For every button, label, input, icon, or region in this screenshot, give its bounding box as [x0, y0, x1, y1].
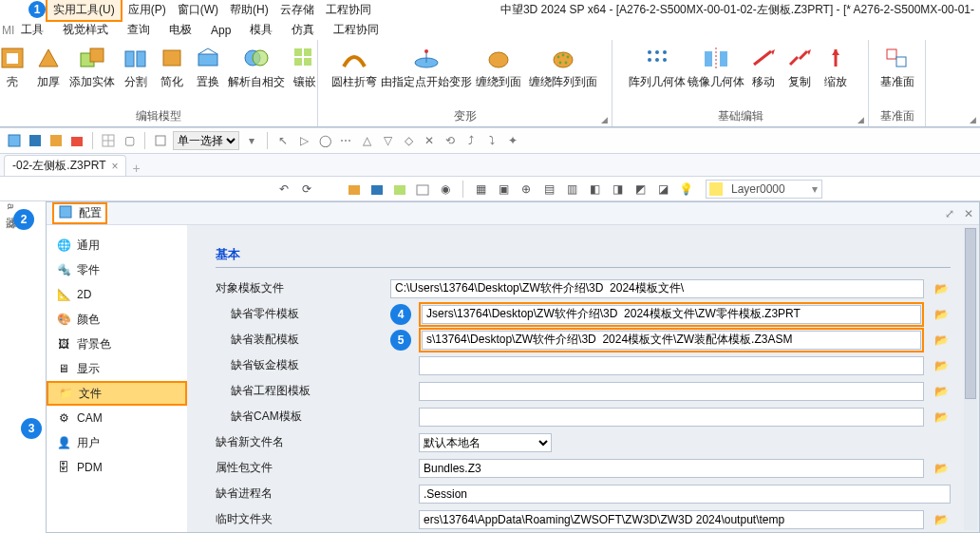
panel-close-icon[interactable]: ✕ [964, 207, 973, 220]
close-icon[interactable]: × [111, 160, 118, 173]
tb3-dots-icon[interactable]: ⋯ [337, 132, 354, 149]
tb3-box-icon[interactable]: ▢ [121, 132, 138, 149]
browse-3[interactable]: 📂 [932, 331, 951, 350]
group-expand-2[interactable]: ◢ [601, 115, 608, 124]
tb4-wire-icon[interactable] [414, 181, 431, 198]
tb3-play-icon[interactable]: ▷ [295, 132, 312, 149]
new-tab-button[interactable]: + [132, 161, 140, 176]
menu2-mold[interactable]: 模具 [240, 22, 282, 38]
menu2-query[interactable]: 查询 [118, 22, 160, 38]
menu2-sim[interactable]: 仿真 [282, 22, 324, 38]
rbn-scale[interactable]: 缩放 [820, 44, 851, 90]
menu-window[interactable]: 窗口(W) [172, 0, 224, 20]
tb3-grid-icon[interactable] [100, 132, 117, 149]
tb3-ic-c[interactable]: ◇ [400, 132, 417, 149]
tb3-ic-e[interactable]: ⟲ [442, 132, 459, 149]
side-pdm[interactable]: 🗄PDM [47, 455, 187, 480]
select-mode-dropdown[interactable]: 单一选择 [173, 131, 239, 150]
menu-help[interactable]: 帮助(H) [224, 0, 274, 20]
sel-newname[interactable]: 默认本地名 [419, 433, 552, 452]
browse-2[interactable]: 📂 [932, 305, 951, 324]
browse-8[interactable]: 📂 [932, 459, 951, 478]
side-color[interactable]: 🎨颜色 [47, 307, 187, 332]
rbn-add-solid[interactable]: 添加实体 [69, 44, 115, 90]
tb3-ic-a[interactable]: △ [358, 132, 375, 149]
tb3-icon-1[interactable] [6, 132, 23, 149]
rbn-split[interactable]: 分割 [121, 44, 151, 90]
in-session[interactable] [419, 485, 951, 504]
side-file[interactable]: 📁文件 [47, 381, 187, 406]
rbn-mirror-geom[interactable]: 镜像几何体 [689, 44, 743, 90]
in-def-part[interactable] [422, 305, 921, 324]
tb4-i8[interactable]: ◩ [631, 181, 649, 198]
tb4-redo-icon[interactable]: ⟳ [298, 181, 315, 198]
rbn-resolve-self-intersect[interactable]: 解析自相交 [229, 44, 284, 90]
side-user[interactable]: 👤用户 [47, 430, 187, 455]
tb4-i9[interactable]: ◪ [654, 181, 671, 198]
menu2-app[interactable]: App [201, 24, 240, 37]
in-bundle[interactable] [419, 459, 924, 478]
tb3-icon-4[interactable] [68, 132, 85, 149]
side-bgcolor[interactable]: 🖼背景色 [47, 332, 187, 356]
in-def-cam[interactable] [419, 408, 924, 427]
browse-4[interactable]: 📂 [932, 356, 951, 375]
tb4-i3[interactable]: ⊕ [518, 181, 535, 198]
tb4-i2[interactable]: ▣ [495, 181, 512, 198]
menu-cloud[interactable]: 云存储 [274, 0, 320, 20]
rbn-tessellate[interactable]: 镶嵌 [290, 44, 320, 90]
in-obj-template[interactable] [390, 279, 924, 298]
tb3-cursor-icon[interactable]: ↖ [274, 132, 292, 149]
in-def-drawing[interactable] [419, 382, 924, 401]
rbn-copy[interactable]: 复制 [784, 44, 815, 90]
menu-app[interactable]: 应用(P) [122, 0, 172, 20]
tb3-ic-b[interactable]: ▽ [379, 132, 396, 149]
group-expand-1[interactable]: ◢ [970, 115, 976, 124]
panel-expand-icon[interactable]: ⤢ [945, 207, 954, 220]
rbn-wrap-to-face[interactable]: 缠绕到面 [476, 44, 521, 90]
tb3-icon-3[interactable] [47, 132, 65, 149]
side-part[interactable]: 🔩零件 [47, 257, 187, 282]
tb4-i5[interactable]: ▥ [563, 181, 580, 198]
rbn-cyl-bend[interactable]: 圆柱折弯 [331, 44, 377, 90]
side-cam[interactable]: ⚙CAM [47, 406, 187, 430]
in-temp[interactable] [419, 510, 924, 529]
document-tab[interactable]: -02-左侧板.Z3PRT × [4, 155, 126, 176]
tb4-i6[interactable]: ◧ [586, 181, 603, 198]
tb4-bulb-icon[interactable]: 💡 [677, 181, 694, 198]
tb3-feature-icon[interactable] [152, 132, 169, 149]
rbn-thicken[interactable]: 加厚 [33, 44, 64, 90]
tb4-cube-3[interactable] [391, 181, 408, 198]
tb4-cube-1[interactable] [346, 181, 363, 198]
menu2-tool[interactable]: 工具 [11, 22, 53, 38]
tb4-cube-2[interactable] [368, 181, 386, 198]
tb3-ic-g[interactable]: ⤵ [483, 132, 500, 149]
tb4-i1[interactable]: ▦ [472, 181, 489, 198]
tb3-dropdown-caret[interactable]: ▾ [243, 132, 260, 149]
scrollbar-thumb[interactable] [965, 228, 976, 399]
tb3-ic-h[interactable]: ✦ [504, 132, 521, 149]
menu2-electrode[interactable]: 电极 [160, 22, 201, 38]
tb4-undo-icon[interactable]: ↶ [275, 181, 292, 198]
browse-5[interactable]: 📂 [932, 382, 951, 401]
tb4-sphere-icon[interactable]: ◉ [437, 181, 454, 198]
browse-10[interactable]: 📂 [932, 510, 951, 529]
tb3-ring-icon[interactable]: ◯ [316, 132, 333, 149]
browse-6[interactable]: 📂 [932, 408, 951, 427]
layer-selector[interactable]: Layer0000 ▾ [706, 180, 822, 199]
rbn-deform-from-point[interactable]: 由指定点开始变形 [383, 44, 470, 90]
side-2d[interactable]: 📐2D [47, 282, 187, 307]
in-def-sheetmetal[interactable] [419, 356, 924, 375]
menu2-eng-collab[interactable]: 工程协同 [324, 22, 388, 38]
rbn-replace[interactable]: 置换 [193, 44, 223, 90]
tb4-i4[interactable]: ▤ [540, 181, 557, 198]
config-scrollbar[interactable] [964, 227, 977, 530]
group-expand-3[interactable]: ◢ [858, 115, 864, 124]
browse-1[interactable]: 📂 [932, 279, 951, 298]
rbn-move[interactable]: 移动 [748, 44, 779, 90]
rbn-shell[interactable]: 壳 [0, 44, 28, 90]
rbn-datum-plane[interactable]: 基准面 [877, 44, 917, 90]
tb4-i7[interactable]: ◨ [609, 181, 626, 198]
side-general[interactable]: 🌐通用 [47, 233, 187, 257]
tb3-ic-f[interactable]: ⤴ [462, 132, 480, 149]
menu-utilities[interactable]: 实用工具(U) [46, 0, 122, 22]
